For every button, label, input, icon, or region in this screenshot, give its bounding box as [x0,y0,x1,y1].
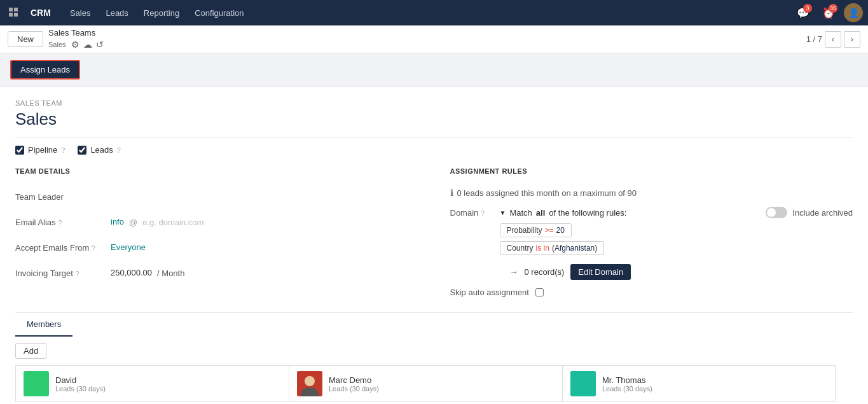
domain-placeholder[interactable]: e.g. domain.com [142,218,203,227]
tab-area: Members Add David Leads (30 days) [15,312,853,402]
member-avatar-1 [297,371,322,396]
member-card-1: Marc Demo Leads (30 days) [289,365,562,402]
main-content: Sales Team Sales Pipeline ? Leads ? TEAM… [0,87,868,404]
member-name-2: Mr. Thomas [602,375,827,385]
rule1-field: Probability [507,226,542,235]
nav-reporting[interactable]: Reporting [137,4,186,22]
pipeline-checkbox[interactable] [15,146,24,155]
accept-emails-value[interactable]: Everyone [111,242,425,253]
accept-emails-help-icon[interactable]: ? [92,244,95,252]
pipeline-checkbox-label[interactable]: Pipeline ? [15,145,65,155]
accept-emails-label: Accept Emails From ? [15,243,111,253]
member-card-2: Mr. Thomas Leads (30 days) [562,365,836,402]
section-label: Sales Team [15,99,853,107]
cloud-icon[interactable]: ☁ [83,39,92,50]
team-leader-label: Team Leader [15,192,111,202]
domain-label: Domain ? [450,207,495,218]
rule1-operator: >= [545,226,554,235]
right-column: ASSIGNMENT RULES ℹ 0 leads assigned this… [444,167,853,297]
svg-rect-3 [14,13,18,17]
domain-match-row: ▼ Match all of the following rules: Incl… [500,207,853,218]
team-details-header: TEAM DETAILS [15,167,425,178]
member-avatar-2 [570,371,596,396]
clock-icon[interactable]: ⏰ 35 [818,3,839,23]
page-title: Sales [15,109,853,137]
action-bar: Assign Leads [0,53,868,87]
rule1-badge: Probability >= 20 [500,223,572,237]
invoicing-target-unit: / Month [157,268,184,278]
assignment-rules-header: ASSIGNMENT RULES [450,167,853,178]
breadcrumb-sub-label: Sales [48,40,66,49]
records-count: 0 record(s) [525,267,565,277]
assignment-rules: ASSIGNMENT RULES ℹ 0 leads assigned this… [444,167,853,297]
rule2-badge: Country is in ( Afghanistan ) [500,241,605,255]
leads-checkbox-label[interactable]: Leads ? [78,145,121,155]
pipeline-label: Pipeline [28,145,57,155]
member-card-0: David Leads (30 days) [15,365,289,402]
two-column-layout: TEAM DETAILS Team Leader Email Alias ? i… [15,167,853,297]
settings-icon[interactable]: ⚙ [71,39,79,50]
messages-icon[interactable]: 💬 3 [793,3,813,23]
invoicing-target-value[interactable]: 250,000.00 [111,268,152,278]
invoicing-target-help-icon[interactable]: ? [75,270,79,277]
svg-rect-0 [9,8,13,11]
domain-help-icon[interactable]: ? [481,209,485,217]
skip-auto-assignment-label: Skip auto assignment [450,288,529,297]
pagination-text: 1 / 7 [806,34,822,44]
email-alias-label: Email Alias ? [15,218,111,227]
next-page-button[interactable]: › [844,31,860,48]
match-all[interactable]: all [536,208,545,218]
email-alias-row: Email Alias ? info @ e.g. domain.com [15,213,425,231]
invoicing-target-row: Invoicing Target ? 250,000.00 / Month [15,264,425,282]
email-alias-help-icon[interactable]: ? [58,219,62,226]
include-archived-toggle: Include archived [766,207,853,218]
undo-icon[interactable]: ↺ [96,39,104,50]
rule1-value: 20 [556,226,565,235]
clock-badge: 35 [829,4,837,13]
tabs-header: Members [15,313,853,337]
leads-assigned-info: 0 leads assigned this month on a maximum… [457,188,637,198]
grid-icon[interactable] [5,4,23,22]
member-info-2: Mr. Thomas Leads (30 days) [602,375,827,393]
include-archived-label: Include archived [792,208,853,218]
domain-row: Domain ? ▼ Match all of the following ru… [450,207,853,280]
nav-sales[interactable]: Sales [64,4,97,22]
team-leader-value[interactable] [111,197,425,197]
prev-page-button[interactable]: ‹ [825,31,841,48]
member-leads-2: Leads (30 days) [602,385,827,393]
leads-help-icon[interactable]: ? [117,146,121,154]
new-button[interactable]: New [8,31,43,47]
add-button[interactable]: Add [15,343,46,359]
skip-auto-assignment-checkbox[interactable] [535,288,544,296]
breadcrumb: Sales Teams Sales ⚙ ☁ ↺ [48,28,104,50]
assign-leads-button[interactable]: Assign Leads [10,60,80,80]
pipeline-help-icon[interactable]: ? [61,146,65,154]
invoicing-target-label: Invoicing Target ? [15,268,111,278]
at-sign: @ [129,218,137,227]
member-name-1: Marc Demo [329,375,555,385]
dropdown-arrow-icon[interactable]: ▼ [500,209,506,216]
member-avatar-0 [24,371,49,396]
app-name[interactable]: CRM [25,5,56,20]
email-alias-value[interactable]: info [111,217,124,227]
leads-assigned-info-row: ℹ 0 leads assigned this month on a maxim… [450,188,853,198]
members-grid: David Leads (30 days) Marc Demo Leads (3… [15,365,853,402]
svg-point-5 [305,376,315,386]
member-leads-1: Leads (30 days) [329,385,555,393]
pagination: 1 / 7 ‹ › [806,31,860,48]
rule2-value: Afghanistan [555,244,595,253]
svg-rect-1 [14,8,18,11]
records-arrow-icon: → [510,267,518,277]
top-nav: CRM Sales Leads Reporting Configuration … [0,0,868,25]
rule2-field: Country [507,244,534,253]
tab-members[interactable]: Members [15,313,72,337]
member-leads-0: Leads (30 days) [55,385,281,393]
edit-domain-button[interactable]: Edit Domain [570,264,631,280]
records-row: → 0 record(s) Edit Domain [510,264,853,280]
left-column: TEAM DETAILS Team Leader Email Alias ? i… [15,167,425,297]
nav-leads[interactable]: Leads [99,4,134,22]
include-archived-switch[interactable] [766,207,787,218]
user-avatar[interactable]: 👤 [844,3,863,22]
leads-checkbox[interactable] [78,146,86,155]
nav-configuration[interactable]: Configuration [188,4,250,22]
